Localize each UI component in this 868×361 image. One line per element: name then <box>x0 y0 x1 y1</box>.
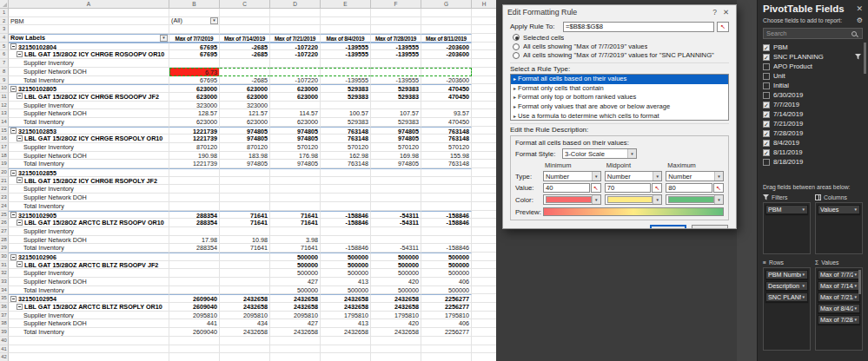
cell-G30[interactable]: 500000 <box>421 253 472 261</box>
cell-F33[interactable]: 420 <box>371 278 421 286</box>
cell-A4[interactable]: Row Labels▼ <box>9 34 169 43</box>
cell-F40[interactable] <box>371 337 421 345</box>
cell-F2[interactable] <box>371 17 421 26</box>
cell-F3[interactable] <box>371 25 421 34</box>
field-item-pbm[interactable]: ✓PBM <box>763 43 861 52</box>
cell-H34[interactable] <box>472 286 496 295</box>
cell-H41[interactable] <box>472 345 496 354</box>
cell-F18[interactable]: 169.98 <box>371 152 421 161</box>
cell-G1[interactable] <box>421 9 472 17</box>
cell-G7[interactable] <box>421 59 472 68</box>
cell-D12[interactable] <box>270 102 321 110</box>
cell-G34[interactable]: 500000 <box>421 286 472 295</box>
cell-D8[interactable] <box>270 68 321 76</box>
cell-G11[interactable]: 470450 <box>421 93 472 102</box>
column-header-E[interactable]: E <box>321 0 371 8</box>
cell-C41[interactable] <box>220 345 270 354</box>
cell-G36[interactable]: 2256277 <box>421 303 472 312</box>
cell-B22[interactable] <box>169 185 220 194</box>
field-item-initial[interactable]: Initial <box>763 81 861 90</box>
pivot-field-chip-snc-plannin-[interactable]: SNC PLANNIN...▼ <box>765 292 808 302</box>
cell-A6[interactable]: LBL GAT 15/28OZ ICY CHRGE ROSOOPV OR10 <box>9 50 169 59</box>
column-header-D[interactable]: D <box>270 0 321 8</box>
cell-A1[interactable] <box>9 9 169 17</box>
range-picker-icon[interactable]: ↖ <box>652 183 662 193</box>
cell-D29[interactable]: 71641 <box>270 244 321 253</box>
cell-C34[interactable] <box>220 286 270 295</box>
row-header-6[interactable]: 6 <box>0 50 9 59</box>
cell-D36[interactable]: 2432658 <box>270 303 321 312</box>
apply-rule-to-input[interactable] <box>563 22 714 32</box>
cell-A3[interactable] <box>9 25 169 34</box>
row-header-28[interactable]: 28 <box>0 236 9 245</box>
min-color-select[interactable]: ▼ <box>543 194 601 205</box>
cell-B23[interactable] <box>169 194 220 202</box>
cell-D5[interactable]: -107220 <box>270 43 321 51</box>
cell-H9[interactable] <box>472 76 496 85</box>
cell-F41[interactable] <box>371 345 421 354</box>
cell-E11[interactable]: 529383 <box>321 93 371 102</box>
cell-H3[interactable] <box>472 25 496 34</box>
pbm-filter-dropdown-button[interactable]: ▼ <box>210 17 218 24</box>
cell-E38[interactable]: 413 <box>321 319 371 328</box>
column-header-H[interactable]: H <box>472 0 496 8</box>
cell-H39[interactable] <box>472 328 496 337</box>
well-rows[interactable]: PBM Number▼Description▼SNC PLANNIN...▼ <box>763 267 811 351</box>
row-header-8[interactable]: 8 <box>0 68 9 76</box>
cell-C35[interactable]: 2432658 <box>220 294 270 303</box>
cell-A41[interactable] <box>9 345 169 354</box>
cell-A14[interactable]: Total Inventory <box>9 118 169 127</box>
cell-D1[interactable] <box>270 9 321 17</box>
cell-G8[interactable] <box>421 68 472 76</box>
cell-G17[interactable]: 570120 <box>421 143 472 152</box>
cell-B11[interactable]: 623000 <box>169 93 220 102</box>
unchecked-checkbox[interactable] <box>763 82 770 89</box>
gear-icon[interactable]: ⚙ <box>857 16 863 24</box>
cell-H16[interactable] <box>472 135 496 143</box>
cell-F14[interactable]: 529383 <box>371 118 421 127</box>
cell-D38[interactable]: 427 <box>270 319 321 328</box>
mid-color-select[interactable]: ▼ <box>605 194 663 205</box>
cell-C19[interactable]: 974805 <box>220 160 270 168</box>
cell-D15[interactable]: 974805 <box>270 127 321 135</box>
cell-B7[interactable] <box>169 59 220 68</box>
cell-G39[interactable]: 2256277 <box>421 328 472 337</box>
row-header-40[interactable]: 40 <box>0 337 9 345</box>
row-header-19[interactable]: 19 <box>0 160 9 168</box>
column-header-B[interactable]: B <box>169 0 220 8</box>
cell-G41[interactable] <box>421 345 472 354</box>
cell-E33[interactable]: 413 <box>321 278 371 286</box>
row-header-4[interactable]: 4 <box>0 34 9 43</box>
cell-H33[interactable] <box>472 278 496 286</box>
cell-G18[interactable]: 155.98 <box>421 152 472 161</box>
cell-E27[interactable] <box>321 227 371 236</box>
cell-C3[interactable] <box>220 25 270 34</box>
cell-A2[interactable]: PBM <box>9 17 169 26</box>
cell-A8[interactable]: Supplier Network DOH <box>9 68 169 76</box>
well-filters[interactable]: PBM▼ <box>763 202 811 254</box>
cell-F5[interactable]: -139555 <box>371 43 421 51</box>
checked-checkbox[interactable]: ✓ <box>763 102 770 108</box>
cell-H23[interactable] <box>472 194 496 202</box>
cell-B33[interactable] <box>169 278 220 286</box>
cell-H29[interactable] <box>472 244 496 253</box>
dialog-titlebar[interactable]: Edit Formatting Rule ? ✕ <box>503 5 736 19</box>
field-item-7-7-2019[interactable]: ✓7/7/2019 <box>763 100 861 109</box>
cell-E1[interactable] <box>321 9 371 17</box>
cell-D2[interactable] <box>270 17 321 26</box>
cell-H35[interactable] <box>472 294 496 303</box>
cell-C30[interactable] <box>220 253 270 261</box>
cell-H10[interactable] <box>472 84 496 93</box>
cell-C15[interactable]: 974805 <box>220 127 270 135</box>
cell-A35[interactable]: 32150102954 <box>9 294 169 303</box>
cell-F29[interactable]: -54311 <box>371 244 421 253</box>
unchecked-checkbox[interactable] <box>763 73 770 80</box>
range-picker-icon[interactable]: ↖ <box>713 183 724 193</box>
cell-G14[interactable]: 470450 <box>421 118 472 127</box>
pivot-field-chip-pbm-number[interactable]: PBM Number▼ <box>765 270 808 279</box>
cell-F27[interactable] <box>371 227 421 236</box>
cell-D13[interactable]: 114.57 <box>270 109 321 118</box>
cell-B25[interactable]: 288354 <box>169 211 220 220</box>
cell-F9[interactable]: -139555 <box>371 76 421 85</box>
cell-G29[interactable]: -158846 <box>421 244 472 253</box>
